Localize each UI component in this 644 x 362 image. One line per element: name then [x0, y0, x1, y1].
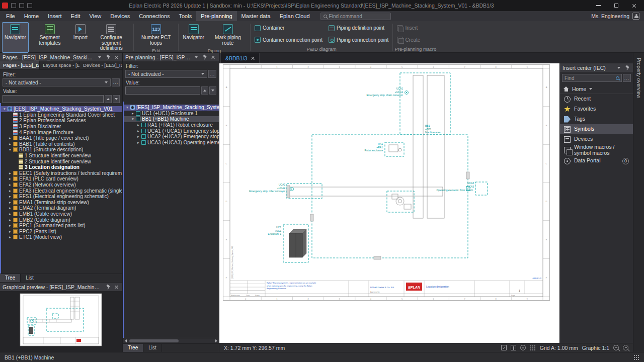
- scroll-right-icon[interactable]: [213, 338, 219, 344]
- page-item[interactable]: ▸EFA3 (Electrical engineering schematic …: [1, 188, 122, 194]
- chevron-right-icon[interactable]: ▸: [8, 235, 13, 239]
- page-item[interactable]: 3 Eplan Disclaimer: [1, 124, 122, 130]
- insert-center-item-data-portal[interactable]: Data Portal0: [560, 156, 633, 166]
- chevron-down-icon[interactable]: ▾: [125, 105, 130, 110]
- chevron-right-icon[interactable]: ▸: [136, 134, 141, 139]
- container-button[interactable]: Container: [252, 23, 325, 33]
- preplanning-item[interactable]: ▸UCA1 (+UCA1) Emergency stop, chain conv…: [124, 128, 219, 134]
- command-search-input[interactable]: [329, 14, 388, 19]
- insert-center-item-favorites[interactable]: Favorites: [560, 104, 633, 114]
- menu-tab-devices[interactable]: Devices: [106, 11, 134, 21]
- close-tab-icon[interactable]: [251, 56, 255, 60]
- eplan-app-icon[interactable]: [2, 3, 8, 9]
- page-item[interactable]: ▸EMA1 (Terminal-strip overview): [1, 200, 122, 206]
- page-item[interactable]: 2 Eplan Professional Services: [1, 118, 122, 124]
- close-icon[interactable]: [210, 54, 216, 60]
- menu-tab-insert[interactable]: Insert: [43, 11, 66, 21]
- tab-list[interactable]: List: [143, 344, 162, 352]
- property-overview-tab[interactable]: Property overview: [636, 58, 641, 98]
- tab-tree[interactable]: Tree: [123, 344, 143, 352]
- panel-menu-icon[interactable]: [193, 54, 199, 60]
- close-button[interactable]: [627, 0, 642, 11]
- preplanning-item[interactable]: ▾BB1 (+BB1) Machine: [124, 116, 219, 122]
- chevron-right-icon[interactable]: ▸: [136, 123, 141, 127]
- value-down-button[interactable]: [113, 95, 120, 103]
- pin-icon[interactable]: [105, 54, 111, 60]
- maximize-button[interactable]: [609, 0, 624, 11]
- preview-drawing[interactable]: [0, 291, 122, 352]
- navigator-button[interactable]: Navigator: [180, 22, 207, 47]
- page-item[interactable]: ▸EFS1 (Electrical engineering schematic): [1, 194, 122, 200]
- menu-tab-view[interactable]: View: [85, 11, 106, 21]
- menu-tab-edit[interactable]: Edit: [66, 11, 85, 21]
- menu-tab-connections[interactable]: Connections: [134, 11, 174, 21]
- import-button[interactable]: Import: [71, 22, 90, 53]
- page-item[interactable]: ▸EMB1 (Cable overview): [1, 211, 122, 217]
- drawing-canvas[interactable]: 00112233445566778899AABBCCDDEEFF: [219, 63, 559, 343]
- page-item[interactable]: ▸EMA2 (Terminal diagram): [1, 205, 122, 211]
- chevron-right-icon[interactable]: ▸: [8, 194, 13, 199]
- menu-tab-home[interactable]: Home: [20, 11, 43, 21]
- quick-access-redo-icon[interactable]: [27, 3, 32, 8]
- page-item[interactable]: 3 Location designation: [1, 164, 122, 170]
- insert-center-search[interactable]: [562, 74, 622, 82]
- preplanning-value-input[interactable]: [125, 86, 200, 95]
- close-icon[interactable]: [114, 284, 120, 290]
- segment-templates-button[interactable]: Segment templates: [29, 22, 70, 53]
- page-item[interactable]: 1 Eplan Engineering Standard Cover sheet: [1, 112, 122, 118]
- page-item[interactable]: ▸EFA1 (PLC card overview): [1, 176, 122, 182]
- page-item[interactable]: ▸BAB1 (Table of contents): [1, 141, 122, 147]
- preplanning-item[interactable]: ▸RA1 (+RA1) Robot enclosure: [124, 122, 219, 128]
- chevron-right-icon[interactable]: ▸: [130, 111, 135, 116]
- piping-definition-point-button[interactable]: Piping definition point: [326, 23, 391, 33]
- preplanning-item[interactable]: ▸UCA2 (+UCA2) Emergency stop, roller con…: [124, 134, 219, 140]
- piping-connection-point-button[interactable]: Piping connection point: [326, 35, 391, 45]
- zoom-in-icon[interactable]: [613, 345, 619, 350]
- chevron-right-icon[interactable]: ▸: [8, 171, 13, 175]
- scroll-left-icon[interactable]: [123, 338, 128, 344]
- grid-setting[interactable]: Grid A: 1.00 mm: [540, 345, 578, 351]
- chevron-right-icon[interactable]: ▸: [8, 229, 13, 234]
- chevron-right-icon[interactable]: ▸: [8, 223, 13, 228]
- horizontal-scrollbar[interactable]: [123, 338, 219, 343]
- pin-icon[interactable]: [202, 54, 208, 60]
- insert-center-item-recent[interactable]: Recent: [560, 94, 633, 104]
- chevron-right-icon[interactable]: ▸: [8, 176, 13, 181]
- preplanning-item[interactable]: ▾[EES]_ISP_Machine_Stacking_System_V01: [124, 105, 219, 111]
- quick-access-save-icon[interactable]: [11, 3, 16, 8]
- chevron-down-icon[interactable]: ▾: [130, 117, 135, 121]
- chevron-right-icon[interactable]: ▸: [136, 129, 141, 133]
- page-item[interactable]: 1 Structure identifier overview: [1, 153, 122, 159]
- page-item[interactable]: ▸ETC1 (Model view): [1, 234, 122, 240]
- snap-icon[interactable]: [501, 345, 507, 350]
- search-icon[interactable]: [616, 76, 619, 80]
- tab-tree[interactable]: Tree: [0, 274, 21, 282]
- container-connection-point-button[interactable]: Container connection point: [252, 35, 325, 45]
- tab-pages[interactable]: Pages - [EES]_ISP_...: [0, 61, 40, 69]
- panel-menu-icon[interactable]: [616, 65, 622, 71]
- value-up-button[interactable]: [105, 95, 112, 103]
- page-item[interactable]: ▸BAA1 (Title page / cover sheet): [1, 135, 122, 141]
- chevron-right-icon[interactable]: ▸: [8, 136, 13, 140]
- page-item[interactable]: 4 Eplan Image Brochure: [1, 129, 122, 135]
- page-item[interactable]: 2 Structure identifier overview: [1, 158, 122, 164]
- command-search[interactable]: [320, 13, 391, 20]
- grid-display-icon[interactable]: [530, 345, 536, 351]
- chevron-down-icon[interactable]: ▾: [2, 107, 7, 111]
- chevron-right-icon[interactable]: ▸: [8, 200, 13, 205]
- page-item[interactable]: ▾[EES]_ISP_Machine_Stacking_System_V01: [1, 106, 122, 112]
- number-pct-loops-button[interactable]: 123Number PCT loops: [135, 22, 177, 47]
- chevron-right-icon[interactable]: ▸: [8, 142, 13, 146]
- insert-center-item-tags[interactable]: Tags: [560, 114, 633, 124]
- insert-center-breadcrumb[interactable]: Home: [560, 84, 633, 94]
- insert-center-item-devices[interactable]: Devices: [560, 134, 633, 144]
- pages-filter-select[interactable]: - Not activated -: [3, 78, 111, 86]
- pin-icon[interactable]: [105, 284, 111, 290]
- minimize-button[interactable]: [591, 0, 606, 11]
- document-tab[interactable]: &BDB1/3: [220, 53, 260, 63]
- tab-devices[interactable]: Devices - [EES]_ISP_...: [80, 61, 122, 69]
- chevron-right-icon[interactable]: ▸: [8, 212, 13, 216]
- insert-center-more-button[interactable]: ...: [623, 74, 631, 82]
- menu-tab-eplan-cloud[interactable]: Eplan Cloud: [275, 11, 314, 21]
- insert-button[interactable]: Insert: [394, 23, 436, 33]
